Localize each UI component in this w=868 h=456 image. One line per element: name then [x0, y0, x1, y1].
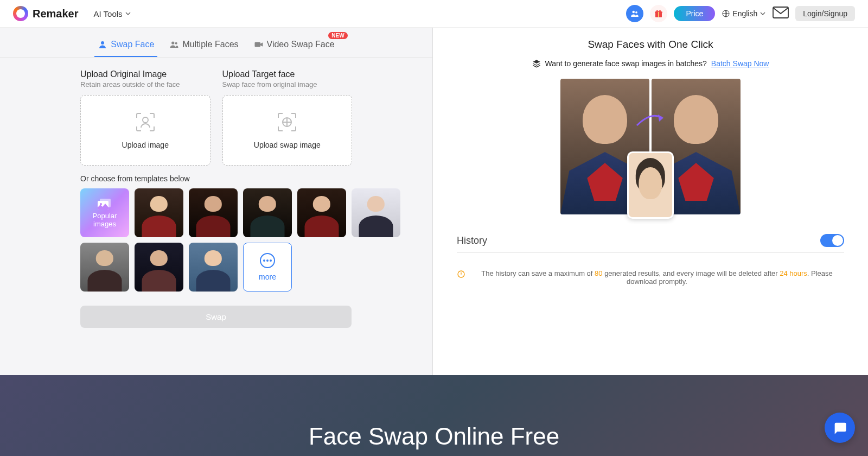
hero-title: Face Swap Online Free — [0, 423, 868, 450]
svg-point-1 — [636, 11, 638, 14]
batch-question: Want to generate face swap images in bat… — [545, 59, 707, 68]
template-more[interactable]: more — [243, 243, 292, 292]
logo-icon — [13, 6, 28, 21]
hero-section: Face Swap Online Free — [0, 375, 868, 456]
content-area: Upload Original Image Retain areas outsi… — [0, 58, 432, 340]
upload-row: Upload Original Image Retain areas outsi… — [80, 69, 352, 166]
upload-original-text: Upload image — [122, 141, 169, 149]
globe-icon — [722, 9, 730, 18]
preview-area — [457, 79, 844, 214]
swap-arrow-icon — [634, 109, 667, 131]
right-panel: Swap Faces with One Click Want to genera… — [433, 28, 868, 375]
chevron-down-icon — [760, 10, 766, 17]
svg-point-7 — [101, 41, 104, 45]
video-icon — [254, 40, 264, 49]
header-left: Remaker AI Tools — [13, 6, 131, 21]
template-item[interactable] — [189, 188, 238, 237]
language-selector[interactable]: English — [722, 9, 766, 18]
upload-original-box[interactable]: Upload image — [80, 95, 210, 166]
history-note: The history can save a maximum of 80 gen… — [457, 269, 844, 286]
upload-target-subtitle: Swap face from original image — [222, 80, 353, 88]
batch-row: Want to generate face swap images in bat… — [457, 59, 844, 68]
svg-point-16 — [263, 259, 265, 262]
logo[interactable]: Remaker — [13, 6, 79, 21]
upload-target-col: Upload Target face Swap face from origin… — [222, 69, 353, 166]
upload-target-title: Upload Target face — [222, 69, 353, 79]
template-item[interactable] — [297, 188, 346, 237]
svg-point-18 — [270, 259, 272, 262]
face-target-icon — [276, 111, 298, 133]
community-icon[interactable] — [626, 5, 643, 22]
template-popular[interactable]: Popular images — [80, 188, 129, 237]
more-dots-icon — [260, 253, 275, 268]
face-scan-icon — [135, 111, 156, 133]
upload-target-text: Upload swap image — [254, 141, 321, 149]
svg-point-11 — [143, 117, 148, 123]
mail-icon[interactable] — [773, 7, 789, 21]
tab-label: Swap Face — [111, 40, 154, 49]
history-label: History — [457, 235, 487, 246]
tab-label: Multiple Faces — [182, 40, 238, 49]
upload-original-title: Upload Original Image — [80, 69, 210, 79]
price-button[interactable]: Price — [674, 6, 715, 21]
right-title: Swap Faces with One Click — [457, 39, 844, 50]
tabs: Swap Face Multiple Faces Video Swap Face… — [0, 28, 432, 58]
chat-icon — [832, 420, 847, 435]
chat-fab[interactable] — [825, 413, 855, 443]
images-icon — [97, 198, 113, 212]
language-label: English — [732, 9, 757, 18]
chevron-down-icon — [125, 10, 131, 17]
template-item[interactable] — [189, 243, 238, 292]
template-item[interactable] — [352, 188, 400, 237]
history-note-text: The history can save a maximum of 80 gen… — [470, 269, 844, 286]
popular-label: Popular images — [80, 212, 129, 228]
template-item[interactable] — [80, 243, 129, 292]
tab-swap-face[interactable]: Swap Face — [94, 35, 157, 57]
login-button[interactable]: Login/Signup — [795, 6, 855, 21]
svg-rect-10 — [254, 42, 260, 47]
tab-multiple-faces[interactable]: Multiple Faces — [166, 35, 241, 57]
template-item[interactable] — [135, 243, 183, 292]
history-row: History — [457, 234, 844, 253]
header-right: Price English Login/Signup — [626, 5, 855, 22]
swap-button[interactable]: Swap — [80, 306, 352, 328]
new-badge: NEW — [328, 32, 347, 39]
person-icon — [98, 40, 107, 49]
svg-point-0 — [633, 11, 635, 14]
history-toggle[interactable] — [820, 234, 844, 247]
warning-icon — [457, 270, 465, 278]
layers-icon — [532, 59, 541, 68]
people-icon — [169, 40, 179, 49]
upload-target-box[interactable]: Upload swap image — [222, 95, 353, 166]
header: Remaker AI Tools Price English Login/Sig… — [0, 0, 868, 28]
upload-original-subtitle: Retain areas outside of the face — [80, 80, 210, 88]
left-panel: Swap Face Multiple Faces Video Swap Face… — [0, 28, 433, 375]
brand-name: Remaker — [33, 8, 79, 20]
more-label: more — [259, 273, 276, 281]
template-item[interactable] — [243, 188, 292, 237]
svg-rect-4 — [659, 11, 660, 17]
ai-tools-dropdown[interactable]: AI Tools — [94, 9, 131, 18]
tab-label: Video Swap Face — [267, 40, 335, 49]
ai-tools-label: AI Tools — [94, 9, 123, 18]
svg-point-17 — [266, 259, 269, 262]
tab-video-swap[interactable]: Video Swap Face NEW — [251, 35, 338, 57]
preview-face-insert — [627, 151, 674, 219]
templates-grid: Popular images more — [80, 188, 352, 292]
gift-icon[interactable] — [650, 5, 667, 22]
svg-rect-6 — [773, 7, 788, 18]
main: Swap Face Multiple Faces Video Swap Face… — [0, 28, 868, 375]
templates-label: Or choose from templates below — [80, 174, 352, 183]
upload-original-col: Upload Original Image Retain areas outsi… — [80, 69, 210, 166]
svg-point-9 — [175, 42, 177, 45]
template-item[interactable] — [135, 188, 183, 237]
batch-swap-link[interactable]: Batch Swap Now — [711, 59, 769, 68]
svg-point-8 — [172, 41, 175, 44]
